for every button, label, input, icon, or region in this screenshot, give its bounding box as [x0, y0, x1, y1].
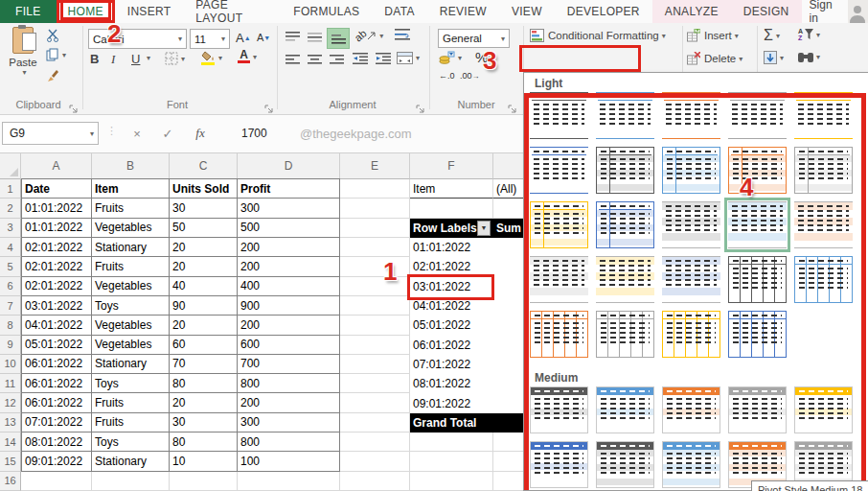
cell-B13[interactable]: Fruits: [92, 413, 170, 433]
format-painter-button[interactable]: [46, 69, 59, 82]
align-center-button[interactable]: [305, 52, 324, 69]
tab-file[interactable]: FILE: [0, 0, 57, 23]
cell-C12[interactable]: 20: [170, 393, 238, 412]
row-header-5[interactable]: 5: [0, 257, 21, 276]
cell-F12[interactable]: 09:01:2022: [410, 393, 493, 412]
cell-F13[interactable]: Grand Total: [410, 413, 493, 433]
cell-B5[interactable]: Fruits: [92, 257, 170, 276]
table-style-thumb-lines-orange[interactable]: [662, 92, 720, 139]
table-style-thumb-grid-orange[interactable]: [530, 311, 588, 358]
cell-F15[interactable]: [410, 452, 493, 471]
column-header-D[interactable]: D: [238, 153, 340, 179]
cell-E1[interactable]: [340, 179, 410, 199]
row-header-7[interactable]: 7: [0, 296, 21, 316]
cell-C10[interactable]: 70: [170, 355, 238, 374]
table-style-thumb-header-blue[interactable]: [596, 386, 654, 433]
cell-F9[interactable]: 06:01:2022: [410, 336, 493, 355]
column-header-F[interactable]: F: [410, 153, 493, 179]
cell-F4[interactable]: 01:01:2022: [410, 238, 493, 257]
tab-developer[interactable]: DEVELOPER: [555, 0, 652, 23]
insert-cells-button[interactable]: Insert▾: [687, 29, 739, 42]
tab-insert[interactable]: INSERT: [115, 0, 184, 23]
table-style-thumb-grid-gold[interactable]: [662, 311, 720, 358]
table-style-thumb-boxed-silver[interactable]: [794, 147, 853, 194]
table-style-thumb-lines-gold[interactable]: [794, 92, 853, 139]
sign-in-link[interactable]: Sign in: [802, 0, 848, 23]
row-header-11[interactable]: 11: [0, 374, 21, 393]
table-style-thumb-grid-silver[interactable]: [596, 311, 654, 358]
cell-E12[interactable]: [340, 393, 410, 412]
cell-A8[interactable]: 04:01:2022: [21, 316, 92, 335]
increase-decimal-button[interactable]: ←.0: [439, 71, 455, 81]
column-header-C[interactable]: C: [170, 153, 238, 179]
cell-C14[interactable]: 80: [170, 433, 238, 452]
user-avatar-icon[interactable]: [848, 0, 868, 23]
cell-F8[interactable]: 05:01:2022: [410, 316, 493, 335]
tab-home[interactable]: HOME: [57, 0, 115, 23]
cell-F5[interactable]: 02:01:2022: [410, 257, 493, 276]
conditional-formatting-button[interactable]: Conditional Formatting▾: [530, 29, 666, 42]
row-header-15[interactable]: 15: [0, 452, 21, 471]
cell-A11[interactable]: 06:01:2022: [21, 374, 92, 393]
cell-C4[interactable]: 20: [170, 238, 238, 257]
cell-A14[interactable]: 08:01:2022: [21, 433, 92, 452]
cell-F11[interactable]: 08:01:2022: [410, 374, 493, 393]
cell-E16[interactable]: [340, 472, 410, 491]
alignment-dialog-launcher[interactable]: [416, 100, 425, 109]
cell-E10[interactable]: [340, 355, 410, 374]
italic-button[interactable]: I: [111, 52, 115, 67]
cell-A15[interactable]: 09:01:2022: [21, 452, 92, 471]
cell-C8[interactable]: 20: [170, 316, 238, 335]
row-header-3[interactable]: 3: [0, 219, 21, 238]
table-style-thumb-lines-navy[interactable]: [530, 147, 588, 194]
table-style-thumb-header-silver[interactable]: [728, 386, 787, 433]
autosum-button[interactable]: Σ▾: [764, 27, 780, 44]
tab-design[interactable]: DESIGN: [731, 0, 802, 23]
wrap-text-button[interactable]: [395, 29, 410, 41]
cell-B15[interactable]: Stationary: [92, 452, 170, 471]
cell-C7[interactable]: 90: [170, 296, 238, 316]
cell-B11[interactable]: Toys: [92, 374, 170, 393]
font-size-combo[interactable]: 11▾: [190, 29, 230, 49]
table-style-thumb-lines-black[interactable]: [530, 92, 588, 139]
row-header-6[interactable]: 6: [0, 277, 21, 296]
tab-view[interactable]: VIEW: [499, 0, 555, 23]
cell-C16[interactable]: [170, 472, 238, 491]
cell-D12[interactable]: 200: [238, 393, 340, 412]
cell-A2[interactable]: 01:01:2022: [21, 199, 92, 218]
table-style-thumb-banded-navy[interactable]: [662, 256, 720, 303]
row-labels-filter-button[interactable]: ▼: [477, 221, 491, 236]
cell-D5[interactable]: 200: [238, 257, 340, 276]
fill-color-button[interactable]: ▾: [201, 51, 222, 65]
cell-F14[interactable]: [410, 433, 493, 452]
cell-B9[interactable]: Vegetables: [92, 336, 170, 355]
tab-data[interactable]: DATA: [372, 0, 426, 23]
cell-B2[interactable]: Fruits: [92, 199, 170, 218]
cell-A5[interactable]: 02:01:2022: [21, 257, 92, 276]
cell-F6[interactable]: 03:01:2022: [410, 277, 493, 296]
cell-E6[interactable]: [340, 277, 410, 296]
align-left-button[interactable]: [283, 52, 302, 69]
cell-C15[interactable]: 10: [170, 452, 238, 471]
table-style-thumb-grid-black[interactable]: [728, 256, 787, 303]
shrink-font-button[interactable]: A▼: [257, 32, 270, 43]
cell-C3[interactable]: 50: [170, 219, 238, 238]
cell-A9[interactable]: 05:01:2022: [21, 336, 92, 355]
cell-B3[interactable]: Vegetables: [92, 219, 170, 238]
table-style-thumb-lines-blue[interactable]: [596, 92, 654, 139]
cell-F16[interactable]: [410, 472, 493, 491]
cell-A10[interactable]: 06:01:2022: [21, 355, 92, 374]
cell-E4[interactable]: [340, 238, 410, 257]
insert-function-button[interactable]: fx: [188, 122, 213, 145]
orientation-button[interactable]: ab ▾: [354, 30, 383, 41]
table-style-thumb-banded-orange[interactable]: [794, 201, 853, 248]
column-header-B[interactable]: B: [92, 153, 170, 179]
cell-B6[interactable]: Vegetables: [92, 277, 170, 296]
cell-F2[interactable]: [410, 199, 493, 218]
column-header-E[interactable]: E: [340, 153, 410, 179]
tab-formulas[interactable]: FORMULAS: [281, 0, 372, 23]
row-header-14[interactable]: 14: [0, 433, 21, 452]
decrease-decimal-button[interactable]: .00→: [460, 71, 480, 81]
cell-E2[interactable]: [340, 199, 410, 218]
cell-C9[interactable]: 60: [170, 336, 238, 355]
